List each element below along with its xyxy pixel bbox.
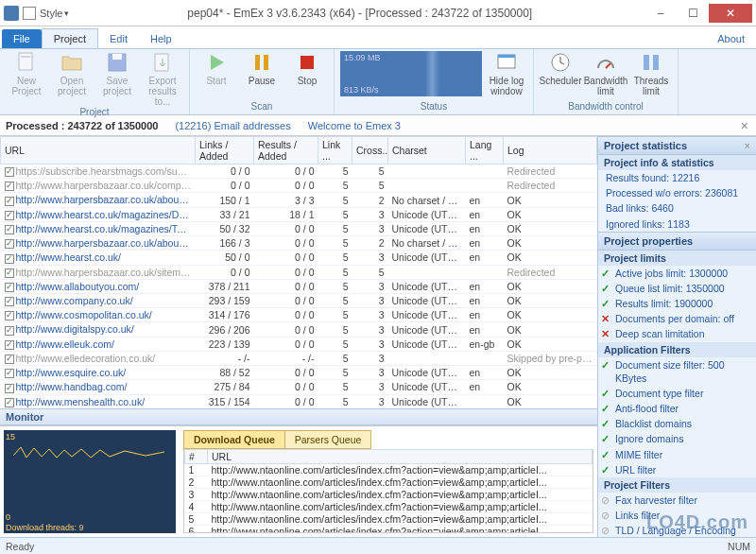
status-mark-icon: [601, 417, 611, 427]
side-item[interactable]: URL filter: [598, 462, 756, 477]
new-project-button[interactable]: New Project: [6, 51, 47, 96]
side-item[interactable]: Documents per domain: off: [598, 311, 756, 326]
row-checkbox-icon[interactable]: [5, 297, 14, 306]
queue-row[interactable]: 5http://www.ntaonline.com/articles/index…: [185, 513, 593, 526]
table-row[interactable]: http://www.harpersbazaar.co.uk/sitemap0 …: [1, 265, 597, 279]
table-row[interactable]: http://www.elledecoration.co.uk/- /-- /-…: [1, 351, 597, 365]
table-row[interactable]: http://www.handbag.com/275 / 840 / 053Un…: [1, 380, 597, 394]
table-row[interactable]: http://www.hearst.co.uk/magazines/Terms-…: [1, 221, 597, 235]
tab-download-queue[interactable]: Download Queue: [183, 430, 285, 449]
maximize-button[interactable]: ☐: [677, 4, 709, 23]
table-row[interactable]: http://www.harpersbazaar.co.uk/competiti…: [1, 179, 597, 193]
col-linkd[interactable]: Link ...: [318, 137, 352, 164]
row-checkbox-icon[interactable]: [5, 311, 14, 320]
side-item[interactable]: Fax harvester filter: [598, 493, 756, 508]
start-button[interactable]: Start: [196, 51, 237, 86]
export-results-button[interactable]: Export results to...: [142, 51, 183, 107]
col-results[interactable]: Results / Added: [254, 137, 318, 164]
side-item[interactable]: Results limit: 1900000: [598, 296, 756, 311]
queue-row[interactable]: 3http://www.ntaonline.com/articles/index…: [185, 489, 593, 501]
bandwidth-limit-button[interactable]: Bandwidth limit: [585, 51, 627, 96]
tab-close-icon[interactable]: ×: [741, 118, 748, 133]
row-checkbox-icon[interactable]: [5, 340, 14, 350]
row-checkbox-icon[interactable]: [5, 369, 14, 378]
side-item[interactable]: Ignore domains: [598, 431, 756, 446]
side-item[interactable]: TLD / Language / Encoding: [598, 523, 756, 537]
row-checkbox-icon[interactable]: [5, 268, 14, 278]
hide-log-button[interactable]: Hide log window: [486, 51, 527, 96]
status-mark-icon: [601, 448, 611, 459]
side-item[interactable]: Queue list limit: 1350000: [598, 281, 756, 296]
side-item[interactable]: Active jobs limit: 1300000: [598, 266, 756, 281]
row-checkbox-icon[interactable]: [5, 182, 14, 191]
style-dropdown[interactable]: Style: [40, 8, 69, 19]
side-item[interactable]: Document type filter: [598, 386, 756, 401]
tab-edit[interactable]: Edit: [98, 29, 139, 48]
open-project-button[interactable]: Open project: [51, 51, 93, 96]
row-checkbox-icon[interactable]: [5, 239, 14, 249]
stat-found: Results found: 12216: [598, 170, 756, 185]
row-checkbox-icon[interactable]: [5, 326, 14, 336]
side-item[interactable]: Links filter: [598, 508, 756, 523]
table-row[interactable]: http://www.hearst.co.uk/magazines/Data-p…: [1, 207, 597, 221]
row-checkbox-icon[interactable]: [5, 197, 14, 206]
col-cross[interactable]: Cross...: [352, 137, 388, 164]
tab-parsers-queue[interactable]: Parsers Queue: [285, 430, 372, 449]
side-item[interactable]: Anti-flood filter: [598, 401, 756, 416]
qcol-url[interactable]: URL: [208, 450, 593, 464]
col-links[interactable]: Links / Added: [196, 137, 254, 164]
sidebar-close-icon[interactable]: ×: [745, 140, 750, 151]
row-checkbox-icon[interactable]: [5, 225, 14, 234]
save-project-button[interactable]: Save project: [96, 51, 138, 96]
queue-row[interactable]: 6http://www.ntaonline.com/articles/index…: [185, 526, 593, 534]
queue-row[interactable]: 2http://www.ntaonline.com/articles/index…: [185, 476, 593, 489]
side-item[interactable]: Document size filter: 500 KBytes: [598, 357, 756, 386]
tab-about[interactable]: About: [706, 29, 756, 48]
row-checkbox-icon[interactable]: [5, 254, 14, 264]
row-checkbox-icon[interactable]: [5, 283, 14, 292]
row-checkbox-icon[interactable]: [5, 167, 14, 177]
tab-emails[interactable]: (12216) Email addresses: [175, 120, 290, 131]
table-row[interactable]: http://www.company.co.uk/293 / 1590 / 05…: [1, 293, 597, 307]
queue-list[interactable]: #URL 1http://www.ntaonline.com/articles/…: [183, 449, 593, 533]
table-row[interactable]: http://www.digitalspy.co.uk/296 / 2060 /…: [1, 322, 597, 337]
tab-welcome[interactable]: Welcome to Emex 3: [308, 120, 401, 131]
table-row[interactable]: http://www.elleuk.com/223 / 1390 / 053Un…: [1, 337, 597, 351]
stop-button[interactable]: Stop: [286, 51, 328, 86]
monitor-chart: 15 0 Download threads: 9: [4, 430, 176, 533]
table-row[interactable]: http://www.menshealth.co.uk/315 / 1540 /…: [1, 394, 597, 408]
table-row[interactable]: http://www.harpersbazaar.co.uk/about/coo…: [1, 236, 597, 251]
col-url[interactable]: URL: [1, 137, 196, 164]
scheduler-button[interactable]: Scheduler: [540, 51, 581, 86]
close-button[interactable]: ✕: [709, 4, 752, 23]
table-row[interactable]: https://subscribe.hearstmags.com/subscri…: [1, 164, 597, 179]
table-row[interactable]: http://www.esquire.co.uk/88 / 520 / 053U…: [1, 366, 597, 380]
side-item[interactable]: MIME filter: [598, 447, 756, 462]
col-charset[interactable]: Charset: [388, 137, 466, 164]
row-checkbox-icon[interactable]: [5, 384, 14, 393]
row-checkbox-icon[interactable]: [5, 398, 14, 407]
table-row[interactable]: http://www.allaboutyou.com/378 / 2110 / …: [1, 279, 597, 293]
row-checkbox-icon[interactable]: [5, 355, 14, 364]
table-row[interactable]: http://www.cosmopolitan.co.uk/314 / 1760…: [1, 308, 597, 322]
side-item[interactable]: Blacklist domains: [598, 416, 756, 431]
tab-project[interactable]: Project: [42, 28, 98, 48]
queue-row[interactable]: 4http://www.ntaonline.com/articles/index…: [185, 501, 593, 513]
side-item[interactable]: Deep scan limitation: [598, 326, 756, 341]
tab-processed[interactable]: Processed : 243722 of 1350000: [6, 120, 158, 131]
url-table-wrap[interactable]: URL Links / Added Results / Added Link .…: [0, 136, 597, 408]
minimize-button[interactable]: –: [644, 4, 677, 23]
tab-help[interactable]: Help: [139, 29, 183, 48]
pause-button[interactable]: Pause: [241, 51, 283, 86]
threads-limit-button[interactable]: Threads limit: [630, 51, 672, 96]
col-lang[interactable]: Lang ...: [466, 137, 504, 164]
queue-row[interactable]: 1http://www.ntaonline.com/articles/index…: [185, 464, 593, 476]
row-checkbox-icon[interactable]: [5, 211, 14, 220]
table-row[interactable]: http://www.hearst.co.uk/50 / 00 / 053Uni…: [1, 251, 597, 265]
status-mark-icon: [601, 297, 611, 307]
col-log[interactable]: Log: [504, 137, 597, 164]
svg-rect-0: [19, 53, 32, 70]
tab-file[interactable]: File: [2, 29, 42, 48]
qcol-n[interactable]: #: [185, 450, 208, 464]
table-row[interactable]: http://www.harpersbazaar.co.uk/about/con…: [1, 193, 597, 207]
